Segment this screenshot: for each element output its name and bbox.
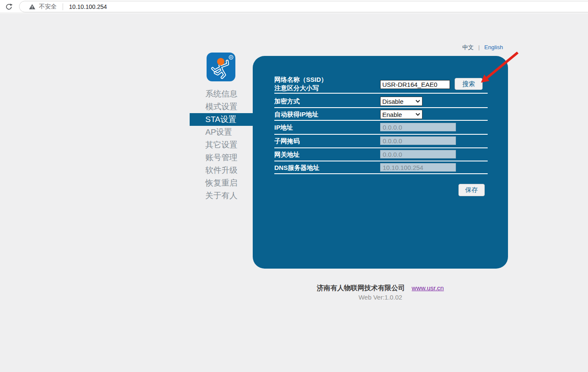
encryption-select[interactable]: Disable (380, 97, 422, 106)
sidebar-item-ap-settings[interactable]: AP设置 (190, 126, 253, 139)
subnet-mask-input (380, 136, 456, 145)
ssid-label: 网络名称（SSID） 注意区分大小写 (274, 75, 327, 92)
sidebar-item-other-settings[interactable]: 其它设置 (190, 139, 253, 151)
company-name: 济南有人物联网技术有限公司 (317, 284, 405, 291)
reload-icon[interactable] (5, 3, 13, 11)
website-link[interactable]: www.usr.cn (412, 284, 444, 291)
save-button[interactable]: 保存 (458, 184, 485, 196)
dns-server-label: DNS服务器地址 (274, 164, 320, 172)
subnet-mask-label: 子网掩码 (274, 137, 300, 145)
not-secure-warning-icon[interactable] (29, 3, 36, 10)
screen: 不安全 10.10.100.254 中文 | English R 系统信息 (0, 0, 588, 372)
web-version: Web Ver:1.0.02 (253, 294, 508, 301)
page-background: 中文 | English R 系统信息 模式设置 STA设置 AP设置 其它设置… (0, 14, 588, 372)
auto-ip-select[interactable]: Enable (380, 110, 422, 119)
row-separator (274, 134, 488, 135)
page-footer: 济南有人物联网技术有限公司www.usr.cn Web Ver:1.0.02 (253, 284, 508, 301)
row-separator (274, 173, 488, 174)
address-bar-divider (63, 3, 63, 10)
row-separator (274, 120, 488, 121)
sidebar-item-about-usr[interactable]: 关于有人 (190, 189, 253, 202)
gateway-input (380, 150, 456, 158)
auto-ip-label: 自动获得IP地址 (274, 110, 318, 119)
sidebar-menu: 系统信息 模式设置 STA设置 AP设置 其它设置 账号管理 软件升级 恢复重启… (190, 88, 253, 202)
row-separator (274, 93, 488, 94)
sidebar-item-firmware-upgrade[interactable]: 软件升级 (190, 164, 253, 177)
language-switcher: 中文 | English (462, 44, 503, 51)
url-text: 10.10.100.254 (69, 3, 107, 10)
browser-toolbar: 不安全 10.10.100.254 (0, 0, 588, 13)
sidebar-item-mode-settings[interactable]: 模式设置 (190, 100, 253, 113)
sta-settings-panel: 网络名称（SSID） 注意区分大小写 搜索 加密方式 Disable 自动获得I… (253, 56, 508, 269)
sidebar-item-sta-settings[interactable]: STA设置 (190, 113, 253, 126)
svg-text:R: R (230, 56, 232, 59)
ip-address-label: IP地址 (274, 123, 293, 132)
language-link-chinese[interactable]: 中文 (462, 44, 474, 50)
language-link-english[interactable]: English (484, 44, 503, 50)
language-divider: | (478, 44, 480, 50)
encryption-label: 加密方式 (274, 97, 300, 105)
row-separator (274, 107, 488, 108)
gateway-label: 网关地址 (274, 150, 300, 159)
sidebar-item-restore-restart[interactable]: 恢复重启 (190, 177, 253, 189)
dns-server-input (380, 163, 456, 172)
ip-address-input (380, 123, 456, 131)
row-separator (274, 147, 488, 148)
usr-logo: R (207, 53, 235, 81)
sidebar-item-system-info[interactable]: 系统信息 (190, 88, 253, 100)
row-separator (274, 161, 488, 161)
sidebar-item-account-management[interactable]: 账号管理 (190, 151, 253, 164)
address-bar[interactable]: 不安全 10.10.100.254 (19, 1, 588, 12)
not-secure-label: 不安全 (39, 3, 57, 11)
ssid-input[interactable] (380, 80, 450, 89)
search-button[interactable]: 搜索 (455, 78, 483, 90)
